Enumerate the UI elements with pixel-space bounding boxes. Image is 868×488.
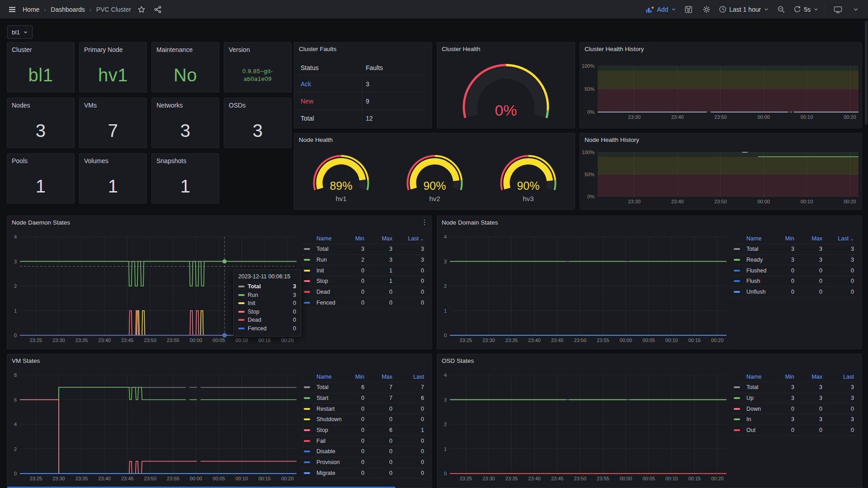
menu-button[interactable] <box>6 4 18 15</box>
chevron-down-icon <box>813 7 819 12</box>
svg-text:23:35: 23:35 <box>505 338 518 343</box>
svg-text:00:20: 00:20 <box>711 338 724 343</box>
series-name[interactable]: Total <box>746 246 772 252</box>
series-name[interactable]: Restart <box>316 406 342 412</box>
legend-col-name[interactable]: Name <box>316 235 342 242</box>
legend-col[interactable]: Max <box>364 374 392 380</box>
scrollbar[interactable] <box>865 21 868 125</box>
series-name[interactable]: Total <box>316 246 342 252</box>
series-name[interactable]: Start <box>316 395 342 401</box>
series-name[interactable]: Up <box>746 395 772 401</box>
legend-col[interactable]: Last ⌄ <box>392 235 424 242</box>
series-name[interactable]: Init <box>316 267 342 274</box>
series-max: 1 <box>364 278 392 284</box>
legend-row: Ready333 <box>732 255 858 266</box>
svg-text:00:05: 00:05 <box>642 338 655 343</box>
legend-row: Init010 <box>302 265 428 276</box>
series-name[interactable]: Out <box>746 427 772 433</box>
dashboard-settings-button[interactable] <box>701 4 712 15</box>
svg-text:00:15: 00:15 <box>688 338 701 343</box>
series-name[interactable]: Stop <box>316 427 342 433</box>
series-last: 0 <box>392 459 424 465</box>
breadcrumb-dashboards[interactable]: Dashboards <box>51 6 85 13</box>
legend-col[interactable]: Last ⌄ <box>822 235 854 242</box>
panel-title[interactable]: Cluster Faults <box>299 46 336 52</box>
panel-cluster-faults: Cluster Faults Status Faults Ack 3 New 9… <box>294 42 432 128</box>
panel-title[interactable]: Node Health <box>299 136 333 143</box>
table-row: Ack 3 <box>301 80 425 88</box>
legend-col[interactable]: Min <box>772 374 794 380</box>
variable-dropdown-cluster[interactable]: bl1 <box>7 25 33 39</box>
svg-text:00:20: 00:20 <box>844 114 856 120</box>
legend-col-name[interactable]: Name <box>746 235 772 242</box>
series-swatch <box>734 408 740 410</box>
panel-node-daemon-states: Node Daemon States ⋮ 0123423:2523:3023:3… <box>7 216 432 349</box>
legend-col[interactable]: Min <box>772 235 794 242</box>
legend-col-name[interactable]: Name <box>746 374 772 380</box>
svg-text:00:00: 00:00 <box>757 114 770 120</box>
column-faults[interactable]: Faults <box>366 64 383 71</box>
save-dashboard-button[interactable] <box>683 4 694 15</box>
breadcrumb-home[interactable]: Home <box>23 6 39 13</box>
legend-col[interactable]: Last <box>822 374 854 380</box>
refresh-button[interactable]: 5s <box>793 5 819 13</box>
time-range-picker[interactable]: Last 1 hour <box>719 5 769 13</box>
kiosk-mode-button[interactable] <box>832 4 844 15</box>
svg-text:00:05: 00:05 <box>212 476 225 481</box>
share-button[interactable] <box>152 4 164 15</box>
series-name[interactable]: Down <box>746 406 772 412</box>
series-max: 3 <box>794 246 822 252</box>
legend-col[interactable]: Max <box>364 235 392 242</box>
legend-row: Stop061 <box>302 425 428 436</box>
series-name[interactable]: Total <box>746 384 772 390</box>
series-name[interactable]: Flushed <box>746 267 772 274</box>
series-swatch <box>304 472 310 474</box>
series-name[interactable]: Disable <box>316 448 342 455</box>
svg-text:23:45: 23:45 <box>551 476 564 481</box>
series-swatch <box>734 418 740 420</box>
series-last: 0 <box>392 300 424 306</box>
stat-panel-version: Version 0.9.85~git-ab0a1e09 <box>224 42 292 93</box>
svg-text:23:40: 23:40 <box>528 476 541 481</box>
series-name[interactable]: Migrate <box>316 470 342 476</box>
favorite-button[interactable] <box>136 4 147 15</box>
series-last: 0 <box>822 427 854 433</box>
series-name[interactable]: Total <box>316 384 342 390</box>
series-name[interactable]: Shutdown <box>316 416 342 422</box>
zoom-out-time-button[interactable] <box>775 4 787 15</box>
legend-col[interactable]: Last <box>392 374 424 380</box>
fault-status[interactable]: Total <box>301 115 314 122</box>
legend-col-name[interactable]: Name <box>316 374 342 380</box>
series-max: 0 <box>364 438 392 444</box>
svg-text:50%: 50% <box>585 172 594 177</box>
legend-col[interactable]: Min <box>342 235 364 242</box>
fault-status[interactable]: Ack <box>301 80 311 88</box>
legend-col[interactable]: Max <box>794 374 822 380</box>
series-name[interactable]: Flush <box>746 278 772 284</box>
legend-row: Shutdown000 <box>302 414 428 425</box>
toolbar-expand-button[interactable] <box>850 4 862 15</box>
series-name[interactable]: Fenced <box>316 300 342 306</box>
legend-col[interactable]: Min <box>342 374 364 380</box>
series-name[interactable]: Dead <box>316 289 342 295</box>
series-swatch <box>734 386 740 388</box>
legend-col[interactable]: Max <box>794 235 822 242</box>
series-name[interactable]: In <box>746 416 772 422</box>
stat-panel-osds: OSDs 3 <box>224 98 292 148</box>
column-status[interactable]: Status <box>301 64 319 71</box>
series-min: 3 <box>772 416 794 422</box>
series-name[interactable]: Provision <box>316 459 342 465</box>
svg-text:8: 8 <box>14 372 17 378</box>
panel-title[interactable]: Cluster Health <box>442 46 481 52</box>
series-name[interactable]: Fail <box>316 438 342 444</box>
add-button[interactable]: Add <box>646 6 676 13</box>
cluster-health-history-chart[interactable]: 0%50%100%23:3023:4023:5000:0000:1000:20 <box>580 42 862 128</box>
series-name[interactable]: Unflush <box>746 289 772 295</box>
series-name[interactable]: Stop <box>316 278 342 284</box>
fault-status[interactable]: New <box>301 98 313 105</box>
series-name[interactable]: Ready <box>746 257 772 263</box>
hamburger-icon <box>8 5 17 14</box>
node-health-history-chart[interactable]: 0%50%100%23:3023:4023:5000:0000:1000:20 <box>580 133 862 209</box>
series-name[interactable]: Run <box>316 257 342 263</box>
series-swatch <box>734 397 740 399</box>
